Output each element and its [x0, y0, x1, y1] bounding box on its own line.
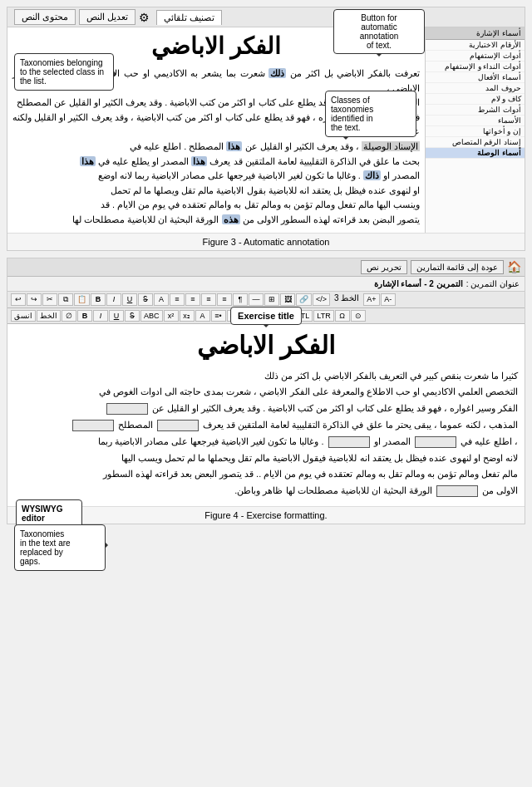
tb2-sup[interactable]: x²: [164, 310, 179, 322]
tb-link[interactable]: 🔗: [296, 293, 312, 306]
highlight-8: هذه: [222, 214, 240, 224]
fig3-sidebar: أسماء الإشارة الأرقام الاختيارية أدوات ا…: [425, 27, 525, 233]
sidebar-item-6[interactable]: كاف و لام: [426, 94, 525, 105]
tb-redo[interactable]: ↪: [27, 293, 42, 306]
figure-3-caption: Figure 3 - Automatic annotation: [7, 233, 525, 250]
gap-2: [157, 420, 199, 431]
tb-bold[interactable]: B: [91, 293, 106, 306]
tb-italic[interactable]: I: [106, 293, 121, 306]
tb-para[interactable]: ¶: [233, 293, 248, 306]
highlight-3: الإسناد الوصيلة: [362, 141, 420, 151]
figure-3-container: Button for automatic annotation of text.…: [7, 7, 525, 251]
exercise-title-callout: Exercise title: [230, 307, 302, 325]
tb-table[interactable]: ⊞: [264, 293, 279, 306]
tb-font-down[interactable]: A-: [381, 293, 396, 306]
sidebar-item-2[interactable]: أدوات الإستفهام: [426, 51, 525, 61]
sidebar-item-7[interactable]: أدوات الشرط: [426, 105, 525, 116]
sidebar-item-11[interactable]: أسماء الوصلة: [426, 148, 525, 159]
sidebar-item-1[interactable]: الأرقام الاختيارية: [426, 40, 525, 51]
annotation-btn-callout: Button for automatic annotation of text.: [333, 9, 425, 54]
sidebar-item-9[interactable]: إن و أخواتها: [426, 126, 525, 137]
highlight-7: ذاك: [363, 170, 381, 180]
sidebar-header-1: أسماء الإشارة: [426, 27, 525, 40]
taxonomies-callout: Taxonomies belonging to the selected cla…: [14, 53, 114, 91]
fig4-nav-area: عنوان التمرين : التمرين 2 - أسماء الإشار…: [7, 277, 525, 292]
exercise-label: عنوان التمرين :: [466, 279, 520, 288]
tb2-symbols[interactable]: Ω: [335, 310, 350, 322]
wysiwyg-callout: Taxonomies in the text are replaced by g…: [14, 524, 106, 571]
tb2-textcolor[interactable]: A: [195, 310, 210, 322]
fig4-body-text: كثيرا ما شعرت بنقص كبير في التعريف بالفك…: [14, 368, 518, 499]
tb2-bold[interactable]: B: [77, 310, 92, 322]
tb-paste[interactable]: 📋: [74, 293, 90, 306]
tb2-strike[interactable]: S̶: [125, 310, 140, 322]
tb2-special[interactable]: ⊙: [351, 310, 366, 322]
gap-5: [328, 436, 370, 448]
tb-undo[interactable]: ↩: [11, 293, 26, 306]
sidebar-item-8[interactable]: الأسماء: [426, 116, 525, 126]
gap-3: [72, 420, 114, 431]
tb-align-center[interactable]: ≡: [185, 293, 200, 306]
highlight-5: هذا: [191, 156, 207, 166]
gap-6: [436, 485, 478, 497]
back-to-exercises-btn[interactable]: عودة إلى قائمة التمارين: [411, 260, 504, 274]
page-container: Button for automatic annotation of text.…: [0, 0, 532, 531]
fig3-top-bar: تصنيف تلقائي ⚙ تعديل النص محتوى النص: [7, 7, 525, 27]
sidebar-item-10[interactable]: إسناد الرقم المتصاص: [426, 137, 525, 148]
sidebar-item-5[interactable]: حروف المد: [426, 83, 525, 94]
tb-font-up[interactable]: A+: [363, 293, 379, 306]
highlight-6: هذا: [80, 156, 96, 166]
sidebar-item-3[interactable]: أدوات النداء و الإستفهام: [426, 61, 525, 72]
highlight-4: هذا: [226, 141, 242, 151]
tb2-format[interactable]: انسق: [11, 310, 36, 322]
gap-1: [106, 403, 148, 415]
tb-align-justify[interactable]: ≡: [217, 293, 232, 306]
tb-hr[interactable]: —: [249, 293, 264, 306]
tb-color[interactable]: A: [154, 293, 169, 306]
tb-image[interactable]: 🖼: [280, 293, 295, 306]
back-icon: 🏠: [507, 260, 521, 273]
tb2-sub[interactable]: x₂: [180, 310, 195, 322]
tab-auto-classify[interactable]: تصنيف تلقائي: [156, 10, 222, 25]
fig4-top-bar: 🏠 عودة إلى قائمة التمارين تحرير نص: [7, 258, 525, 277]
tb-strike[interactable]: S̶: [138, 293, 153, 306]
exercise-value: التمرين 2 - أسماء الإشارة: [374, 279, 463, 288]
tb2-underline[interactable]: U: [109, 310, 124, 322]
gap-4: [415, 436, 456, 448]
edit-text-btn[interactable]: تحرير نص: [361, 260, 407, 274]
fig4-content-area: الفكر الاباضي كثيرا ما شعرت بنقص كبير في…: [7, 324, 525, 506]
figure-4-caption: Figure 4 - Exercise formatting.: [7, 506, 525, 524]
tb2-code[interactable]: ABC: [140, 310, 163, 322]
sidebar-item-4[interactable]: أسماء الأفعال: [426, 72, 525, 83]
tb-cut[interactable]: ✂: [42, 293, 57, 306]
tb-underline[interactable]: U: [122, 293, 137, 306]
figure-4-container: WYSIWYG editor Taxonomies in the text ar…: [7, 258, 525, 524]
tb2-italic[interactable]: I: [93, 310, 108, 322]
fig4-arabic-title: الفكر الاباضي: [14, 331, 518, 360]
tb-align-right[interactable]: ≡: [201, 293, 216, 306]
tb2-size[interactable]: الخط: [37, 310, 61, 322]
tab-edit-text[interactable]: تعديل النص: [79, 9, 135, 25]
tb-copy[interactable]: ⧉: [58, 293, 73, 306]
wysiwyg-label: WYSIWYG editor: [16, 499, 82, 528]
classes-callout: Classes of taxonomies identified in the …: [325, 91, 416, 137]
fig4-toolbar-row1: ↩ ↪ ✂ ⧉ 📋 B I U S̶ A ≡ ≡ ≡ ≡ ¶ — ⊞ 🖼 🔗 <…: [7, 292, 525, 308]
tab-content[interactable]: محتوى النص: [14, 9, 76, 25]
highlight-1: ذلك: [268, 68, 286, 78]
settings-icon[interactable]: ⚙: [139, 11, 150, 24]
font-size-label: الخط 3: [334, 293, 359, 306]
tb2-clear[interactable]: ∅: [62, 310, 76, 322]
tb2-ltr[interactable]: LTR: [313, 310, 333, 322]
tb-align-left[interactable]: ≡: [170, 293, 185, 306]
tb-source[interactable]: </>: [313, 293, 330, 306]
tb2-ul[interactable]: ≡•: [211, 310, 226, 322]
